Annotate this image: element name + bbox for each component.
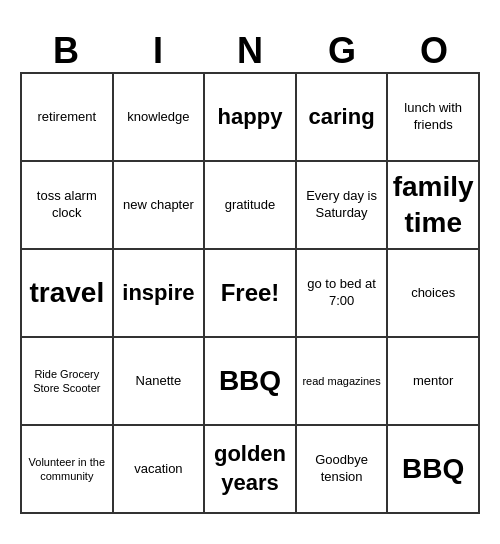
cell-11: inspire xyxy=(114,250,206,338)
cell-24: BBQ xyxy=(388,426,480,514)
cell-17: BBQ xyxy=(205,338,297,426)
cell-22: golden years xyxy=(205,426,297,514)
cell-8: Every day is Saturday xyxy=(297,162,389,250)
cell-6: new chapter xyxy=(114,162,206,250)
cell-5: toss alarm clock xyxy=(22,162,114,250)
cell-20: Volunteer in the community xyxy=(22,426,114,514)
bingo-title: BINGO xyxy=(20,30,480,72)
cell-15: Ride Grocery Store Scooter xyxy=(22,338,114,426)
cell-19: mentor xyxy=(388,338,480,426)
cell-23: Goodbye tension xyxy=(297,426,389,514)
cell-4: lunch with friends xyxy=(388,74,480,162)
cell-14: choices xyxy=(388,250,480,338)
cell-10: travel xyxy=(22,250,114,338)
cell-1: knowledge xyxy=(114,74,206,162)
cell-0: retirement xyxy=(22,74,114,162)
title-letter-g: G xyxy=(298,30,386,72)
cell-21: vacation xyxy=(114,426,206,514)
cell-7: gratitude xyxy=(205,162,297,250)
cell-13: go to bed at 7:00 xyxy=(297,250,389,338)
cell-16: Nanette xyxy=(114,338,206,426)
cell-3: caring xyxy=(297,74,389,162)
title-letter-b: B xyxy=(22,30,110,72)
cell-2: happy xyxy=(205,74,297,162)
title-letter-n: N xyxy=(206,30,294,72)
bingo-card: BINGO retirementknowledgehappycaringlunc… xyxy=(10,20,490,524)
cell-12: Free! xyxy=(205,250,297,338)
title-letter-i: I xyxy=(114,30,202,72)
title-letter-o: O xyxy=(390,30,478,72)
bingo-grid: retirementknowledgehappycaringlunch with… xyxy=(20,72,480,514)
cell-9: family time xyxy=(388,162,480,250)
cell-18: read magazines xyxy=(297,338,389,426)
